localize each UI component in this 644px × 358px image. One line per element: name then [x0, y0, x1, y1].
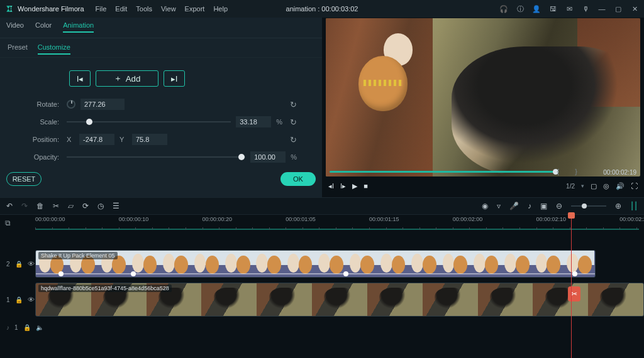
- user-icon[interactable]: 👤: [532, 5, 541, 13]
- step-fwd-button[interactable]: I▸: [340, 182, 346, 190]
- preview-panel: { } 00:00:02:19 ◂I I▸ ▶ ■ 1/2 ▾ ▢ ◎ 🔊 ⛶: [322, 18, 644, 197]
- mic-icon[interactable]: 🎙: [581, 5, 590, 13]
- subtab-customize[interactable]: Customize: [38, 43, 70, 55]
- step-back-button[interactable]: ◂I: [328, 182, 334, 190]
- rotate-knob[interactable]: [67, 100, 75, 109]
- menu-export[interactable]: Export: [185, 5, 205, 13]
- track-1a-lock-icon[interactable]: 🔒: [23, 324, 31, 331]
- track-1-lock-icon[interactable]: 🔒: [15, 296, 23, 303]
- ruler-label: 00:00:02:20: [619, 216, 644, 222]
- rotate-input[interactable]: [80, 99, 125, 110]
- opacity-input[interactable]: [250, 151, 286, 163]
- track-2-lock-icon[interactable]: 🔒: [15, 261, 23, 268]
- mixer-icon[interactable]: ♪: [528, 202, 531, 210]
- properties-panel: Video Color Animation Preset Customize I…: [0, 18, 322, 197]
- add-label: Add: [126, 74, 141, 84]
- fullscreen-icon[interactable]: ⛶: [631, 182, 638, 190]
- delete-icon[interactable]: 🗑: [36, 202, 44, 210]
- subtab-preset[interactable]: Preset: [8, 43, 28, 55]
- timeline-tracks-icon[interactable]: ⧉: [5, 219, 11, 227]
- volume-icon[interactable]: 🔊: [616, 182, 625, 190]
- timeline-zoom-slider[interactable]: [571, 205, 606, 207]
- crop-icon[interactable]: ▱: [68, 202, 74, 210]
- preview-time: 00:00:02:19: [603, 169, 636, 176]
- window-minimize-icon[interactable]: —: [597, 5, 606, 13]
- tab-animation[interactable]: Animation: [63, 21, 94, 33]
- rotate-label: Rotate:: [0, 100, 67, 108]
- preview-scale[interactable]: 1/2: [566, 183, 575, 190]
- timeline-ruler-row: ⧉ 00:00:00:0000:00:00:1000:00:00:2000:00…: [0, 215, 644, 232]
- snapshot-icon[interactable]: ◎: [603, 182, 609, 190]
- tab-video[interactable]: Video: [6, 21, 24, 33]
- window-close-icon[interactable]: ✕: [630, 5, 639, 13]
- display-icon[interactable]: ▢: [591, 182, 597, 190]
- record-icon[interactable]: ◉: [482, 202, 488, 210]
- position-y-label: Y: [119, 136, 127, 143]
- app-logo: Wondershare Filmora: [5, 4, 84, 13]
- tab-color[interactable]: Color: [35, 21, 52, 33]
- position-y-input[interactable]: [132, 134, 167, 145]
- rotate-row: Rotate: ↻: [0, 95, 322, 113]
- menu-help[interactable]: Help: [213, 5, 228, 13]
- ruler-label: 00:00:01:15: [369, 216, 399, 222]
- position-x-label: X: [67, 136, 74, 143]
- add-keyframe-button[interactable]: ＋Add: [96, 70, 158, 87]
- scale-label: Scale:: [0, 118, 67, 126]
- document-title: animation : 00:00:03:02: [286, 5, 358, 13]
- preview-dog: [452, 46, 634, 176]
- position-row: Position: X Y ↻: [0, 131, 322, 148]
- ruler-label: 00:00:00:00: [35, 216, 65, 222]
- mail-icon[interactable]: ✉: [565, 5, 574, 13]
- save-icon[interactable]: 🖫: [548, 5, 557, 13]
- settings-icon[interactable]: ☰: [113, 202, 119, 210]
- preview-scale-chevron-icon[interactable]: ▾: [581, 183, 584, 189]
- position-x-input[interactable]: [79, 134, 114, 145]
- duration-icon[interactable]: ◷: [97, 202, 104, 210]
- preview-seekbar[interactable]: [330, 171, 558, 173]
- position-reset-icon[interactable]: ↻: [290, 135, 297, 144]
- redo-icon[interactable]: ↷: [21, 202, 28, 210]
- timeline-options-icon[interactable]: ⎮⎮: [630, 202, 638, 210]
- headset-icon[interactable]: 🎧: [499, 5, 508, 13]
- timeline-ruler[interactable]: 00:00:00:0000:00:00:1000:00:00:2000:00:0…: [35, 215, 644, 232]
- menu-tools[interactable]: Tools: [136, 5, 152, 13]
- zoom-in-icon[interactable]: ⊕: [615, 202, 621, 210]
- timeline-playhead[interactable]: [571, 232, 572, 333]
- split-icon[interactable]: ✂: [53, 202, 59, 210]
- clip-eggs-keyframes[interactable]: [36, 273, 595, 274]
- ok-button[interactable]: OK: [280, 172, 316, 186]
- menu-file[interactable]: File: [96, 5, 107, 13]
- speed-icon[interactable]: ⟳: [82, 202, 89, 210]
- reset-button[interactable]: RESET: [6, 172, 42, 186]
- marker-icon[interactable]: ▿: [497, 202, 501, 210]
- clip-eggs[interactable]: Shake It Up Pack Element 05: [35, 250, 596, 278]
- preview-egg-large: [358, 56, 408, 111]
- title-bar: Wondershare Filmora File Edit Tools View…: [0, 0, 644, 18]
- rotate-reset-icon[interactable]: ↻: [290, 100, 297, 109]
- window-maximize-icon[interactable]: ▢: [614, 5, 623, 13]
- track-1-visibility-icon[interactable]: 👁: [28, 296, 35, 303]
- next-keyframe-button[interactable]: ▸I: [164, 70, 185, 87]
- menu-view[interactable]: View: [161, 5, 176, 13]
- track-2-visibility-icon[interactable]: 👁: [28, 260, 35, 268]
- undo-icon[interactable]: ↶: [6, 202, 13, 210]
- app-name: Wondershare Filmora: [18, 5, 84, 13]
- prev-keyframe-button[interactable]: I◂: [69, 70, 91, 87]
- menu-edit[interactable]: Edit: [115, 5, 127, 13]
- opacity-label: Opacity:: [0, 153, 67, 161]
- render-icon[interactable]: ▣: [540, 202, 547, 210]
- opacity-slider[interactable]: [67, 153, 245, 161]
- ruler-label: 00:00:00:20: [203, 216, 233, 222]
- scale-reset-icon[interactable]: ↻: [290, 117, 297, 127]
- scale-row: Scale: % ↻: [0, 113, 322, 131]
- clip-dog[interactable]: hqdwallflare-880b5ce51a93f-4745-a8e4d56b…: [35, 283, 644, 317]
- zoom-out-icon[interactable]: ⊖: [556, 202, 562, 210]
- play-button[interactable]: ▶: [352, 182, 357, 190]
- info-icon[interactable]: ⓘ: [516, 4, 525, 14]
- stop-button[interactable]: ■: [364, 182, 368, 190]
- scale-input[interactable]: [236, 116, 271, 127]
- preview-viewport[interactable]: { } 00:00:02:19: [326, 18, 640, 176]
- scale-slider[interactable]: [67, 117, 231, 126]
- scissors-marker-icon[interactable]: ✂: [568, 286, 580, 301]
- voiceover-icon[interactable]: 🎤: [509, 202, 519, 210]
